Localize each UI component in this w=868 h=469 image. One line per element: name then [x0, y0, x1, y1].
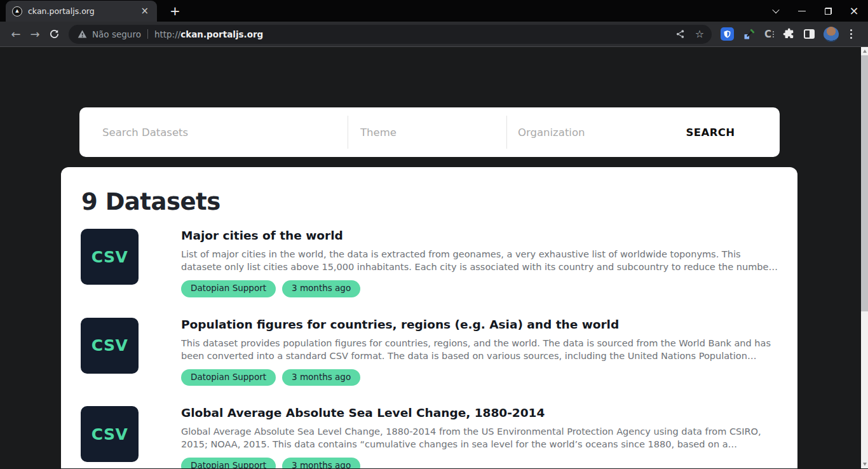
page-url: http://ckan.portaljs.org	[154, 29, 263, 39]
back-button[interactable]: ←	[6, 25, 25, 44]
tab-search-chevron-icon[interactable]	[771, 6, 781, 16]
tab-close-icon[interactable]: ×	[137, 5, 152, 17]
side-panel-button[interactable]	[804, 29, 815, 39]
dataset-search-bar: SEARCH	[79, 107, 780, 157]
restore-button[interactable]	[823, 6, 833, 16]
scrollbar-thumb[interactable]	[861, 55, 868, 311]
dataset-description: This dataset provides population figures…	[181, 337, 780, 362]
reload-button[interactable]	[44, 25, 64, 44]
format-badge-csv[interactable]: CSV	[81, 229, 139, 285]
org-tag[interactable]: Datopian Support	[181, 280, 276, 297]
address-separator	[147, 29, 148, 39]
dataset-tags: Datopian Support 3 months ago	[181, 458, 780, 468]
warning-icon	[78, 30, 87, 38]
url-host: ckan.portaljs.org	[180, 29, 263, 39]
security-label: Não seguro	[92, 29, 141, 39]
web-page: SEARCH 9 Datasets CSV Major cities of th…	[0, 47, 868, 468]
age-tag[interactable]: 3 months ago	[282, 280, 360, 297]
puzzle-icon	[783, 28, 795, 40]
tab-bar: ▲ ckan.portaljs.org × + ×	[0, 0, 868, 22]
extensions-bar: C	[721, 27, 855, 42]
forward-button[interactable]: →	[25, 25, 44, 44]
eyedropper-icon	[743, 28, 756, 41]
extensions-puzzle-button[interactable]	[783, 28, 795, 40]
theme-input[interactable]	[360, 126, 506, 139]
colorzilla-extension-icon[interactable]: C	[764, 29, 774, 40]
browser-tab[interactable]: ▲ ckan.portaljs.org ×	[6, 1, 157, 22]
search-datasets-input[interactable]	[102, 126, 348, 139]
dataset-title-link[interactable]: Population figures for countries, region…	[181, 318, 780, 331]
dataset-title-link[interactable]: Major cities of the world	[181, 229, 780, 242]
browser-toolbar: ← → Não seguro http://ckan.portaljs.org	[0, 22, 868, 47]
format-badge-csv[interactable]: CSV	[81, 318, 139, 374]
address-bar[interactable]: Não seguro http://ckan.portaljs.org ☆	[69, 25, 712, 44]
datasets-count-heading: 9 Datasets	[81, 188, 781, 215]
shield-icon	[723, 30, 731, 38]
datasets-card: 9 Datasets CSV Major cities of the world…	[61, 167, 797, 468]
window-close-button[interactable]: ×	[849, 6, 859, 16]
dataset-tags: Datopian Support 3 months ago	[181, 280, 780, 297]
eyedropper-extension-icon[interactable]	[743, 28, 756, 41]
minimize-button[interactable]	[797, 6, 807, 16]
dataset-description: Global Average Absolute Sea Level Change…	[181, 425, 780, 451]
format-badge-csv[interactable]: CSV	[81, 406, 139, 462]
organization-input[interactable]	[518, 126, 641, 139]
dataset-row: CSV Population figures for countries, re…	[81, 318, 781, 386]
profile-avatar[interactable]	[824, 27, 839, 42]
security-chip[interactable]: Não seguro	[78, 29, 141, 39]
colorzilla-letter: C	[764, 29, 771, 40]
dataset-title-link[interactable]: Global Average Absolute Sea Level Change…	[181, 406, 780, 419]
dataset-description: List of major cities in the world, the d…	[181, 248, 780, 273]
page-scrollbar[interactable]	[861, 47, 868, 468]
org-tag[interactable]: Datopian Support	[181, 369, 276, 386]
org-tag[interactable]: Datopian Support	[181, 458, 276, 468]
age-tag[interactable]: 3 months ago	[282, 369, 360, 386]
scroll-down-arrow[interactable]	[861, 460, 868, 468]
scroll-up-arrow[interactable]	[861, 47, 868, 55]
dataset-row: CSV Major cities of the world List of ma…	[81, 229, 781, 297]
url-scheme: http://	[154, 29, 180, 39]
colorzilla-dots	[773, 31, 774, 37]
site-favicon-icon: ▲	[12, 6, 22, 17]
bookmark-star-icon[interactable]: ☆	[695, 29, 704, 39]
dataset-list: CSV Major cities of the world List of ma…	[81, 229, 781, 468]
new-tab-button[interactable]: +	[170, 4, 180, 17]
search-button[interactable]: SEARCH	[641, 107, 780, 157]
dataset-row: CSV Global Average Absolute Sea Level Ch…	[81, 406, 781, 468]
reload-icon	[49, 29, 60, 39]
share-button[interactable]	[675, 29, 685, 39]
dataset-tags: Datopian Support 3 months ago	[181, 369, 780, 386]
bitwarden-extension-icon[interactable]	[721, 27, 734, 41]
side-panel-icon	[804, 29, 815, 39]
browser-menu-button[interactable]	[848, 29, 855, 39]
age-tag[interactable]: 3 months ago	[282, 458, 360, 468]
share-icon	[675, 29, 685, 39]
tab-title: ckan.portaljs.org	[28, 6, 137, 16]
window-controls: ×	[771, 0, 859, 22]
